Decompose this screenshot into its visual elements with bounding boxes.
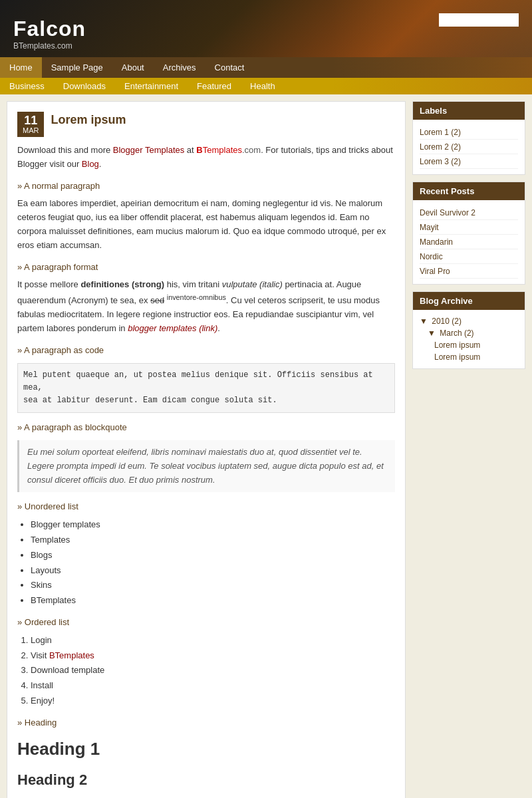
nav-home[interactable]: Home <box>0 57 42 78</box>
post-1: 11 MAR Lorem ipsum Download this and mor… <box>7 101 406 798</box>
recent-link-3[interactable]: Mandarin <box>420 237 453 247</box>
heading-ordered-list: » Ordered list <box>17 616 395 630</box>
paragraph-format-text: It posse mellore definitiones (strong) h… <box>17 278 395 336</box>
archive-year-label: 2010 (2) <box>432 317 462 326</box>
label-item-3: Lorem 3 (2) <box>420 154 518 169</box>
ul-item-3: Blogs <box>31 549 395 563</box>
nav-sample-page[interactable]: Sample Page <box>42 57 112 78</box>
archive-year[interactable]: ▼ 2010 (2) <box>420 315 518 327</box>
ol-item-5: Enjoy! <box>31 694 395 708</box>
post-1-intro: Download this and more Blogger Templates… <box>17 144 395 172</box>
blogger-templates-link-1[interactable]: Blogger Templates <box>113 145 184 155</box>
search-input[interactable] <box>439 13 519 27</box>
demo-h1: Heading 1 <box>17 735 395 763</box>
site-subtitle: BTemplates.com <box>13 41 519 51</box>
post-1-month: MAR <box>23 126 39 134</box>
recent-link-2[interactable]: Mayit <box>420 223 439 232</box>
heading-blockquote: » A paragraph as blockquote <box>17 421 395 435</box>
btemplates-logo-link[interactable]: BTemplates.com <box>196 145 261 155</box>
labels-widget-title: Labels <box>413 102 525 120</box>
ol-item-4: Install <box>31 679 395 693</box>
ul-item-6: BTemplates <box>31 594 395 608</box>
ul-item-1: Blogger templates <box>31 518 395 532</box>
archive-month[interactable]: ▼ March (2) <box>420 327 518 339</box>
label-item-1: Lorem 1 (2) <box>420 125 518 140</box>
nav-archives[interactable]: Archives <box>154 57 205 78</box>
ul-item-5: Skins <box>31 579 395 593</box>
triangle-down-icon-2: ▼ <box>428 329 436 338</box>
search-bar <box>439 13 519 27</box>
recent-list: Devil Survivor 2 Mayit Mandarin Nordic V… <box>420 205 518 279</box>
post-1-title: Lorem ipsum <box>51 112 126 127</box>
btemplates-link-ol[interactable]: BTemplates <box>49 650 94 660</box>
ul-item-2: Templates <box>31 533 395 547</box>
heading-paragraph-format: » A paragraph format <box>17 261 395 275</box>
heading-heading-section: » Heading <box>17 716 395 730</box>
labels-widget: Labels Lorem 1 (2) Lorem 2 (2) Lorem 3 (… <box>412 101 525 175</box>
archive-post-link-2[interactable]: Lorem ipsum <box>434 352 480 362</box>
recent-posts-title: Recent Posts <box>413 182 525 200</box>
recent-item-4: Nordic <box>420 249 518 264</box>
recent-item-3: Mandarin <box>420 235 518 249</box>
recent-link-4[interactable]: Nordic <box>420 252 443 261</box>
label-link-3[interactable]: Lorem 3 (2) <box>420 157 461 166</box>
header: Falcon BTemplates.com <box>0 7 532 57</box>
header-wrapper: Falcon BTemplates.com Home Sample Page A… <box>0 0 532 94</box>
sidebar-wrapper: Labels Lorem 1 (2) Lorem 2 (2) Lorem 3 (… <box>412 101 525 798</box>
nav-primary: Home Sample Page About Archives Contact <box>0 57 532 78</box>
label-link-2[interactable]: Lorem 2 (2) <box>420 142 461 152</box>
ol-item-2: Visit BTemplates <box>31 649 395 663</box>
ordered-list: Login Visit BTemplates Download template… <box>31 634 395 708</box>
blog-archive-widget: Blog Archive ▼ 2010 (2) ▼ March (2) Lore… <box>412 291 525 369</box>
nav-business[interactable]: Business <box>0 78 54 94</box>
recent-item-2: Mayit <box>420 220 518 235</box>
recent-link-5[interactable]: Viral Pro <box>420 267 450 276</box>
unordered-list: Blogger templates Templates Blogs Layout… <box>31 518 395 608</box>
demo-h2: Heading 2 <box>17 768 395 791</box>
nav-secondary: Business Downloads Entertainment Feature… <box>0 78 532 94</box>
triangle-down-icon: ▼ <box>420 317 428 326</box>
blockquote-text: Eu mei solum oporteat eleifend, libris n… <box>17 440 395 492</box>
ol-item-3: Download template <box>31 664 395 678</box>
archive-post-1: Lorem ipsum <box>420 339 518 351</box>
archive-post-link-1[interactable]: Lorem ipsum <box>434 340 480 350</box>
main-wrapper: 11 MAR Lorem ipsum Download this and mor… <box>7 101 406 798</box>
nav-featured[interactable]: Featured <box>188 78 241 94</box>
ol-item-1: Login <box>31 634 395 648</box>
blog-archive-content: ▼ 2010 (2) ▼ March (2) Lorem ipsum Lorem… <box>413 310 525 368</box>
nav-health[interactable]: Health <box>241 78 285 94</box>
heading-unordered-list: » Unordered list <box>17 500 395 514</box>
nav-entertainment[interactable]: Entertainment <box>115 78 188 94</box>
recent-item-1: Devil Survivor 2 <box>420 205 518 220</box>
normal-paragraph-text: Ea eam labores imperdiet, apeirian democ… <box>17 197 395 252</box>
label-item-2: Lorem 2 (2) <box>420 140 518 154</box>
heading-paragraph-code: » A paragraph as code <box>17 344 395 358</box>
post-1-body: Download this and more Blogger Templates… <box>17 144 395 798</box>
blog-archive-title: Blog Archive <box>413 292 525 310</box>
heading-normal-paragraph: » A normal paragraph <box>17 180 395 194</box>
archive-month-label: March (2) <box>440 329 473 338</box>
blogger-templates-italic-link[interactable]: blogger templates (link) <box>128 323 217 333</box>
post-1-day: 11 <box>23 114 39 126</box>
nav-contact[interactable]: Contact <box>205 57 254 78</box>
recent-item-5: Viral Pro <box>420 264 518 279</box>
nav-downloads[interactable]: Downloads <box>54 78 115 94</box>
nav-about[interactable]: About <box>112 57 154 78</box>
blog-link-1[interactable]: Blog <box>82 159 99 169</box>
labels-widget-content: Lorem 1 (2) Lorem 2 (2) Lorem 3 (2) <box>413 120 525 174</box>
ul-item-4: Layouts <box>31 564 395 578</box>
outer-wrapper: 11 MAR Lorem ipsum Download this and mor… <box>0 94 532 798</box>
code-block: Mel putent quaeque an, ut postea melius … <box>17 363 395 414</box>
post-1-header: 11 MAR Lorem ipsum <box>17 112 395 137</box>
label-list: Lorem 1 (2) Lorem 2 (2) Lorem 3 (2) <box>420 125 518 169</box>
label-link-1[interactable]: Lorem 1 (2) <box>420 128 461 137</box>
recent-posts-content: Devil Survivor 2 Mayit Mandarin Nordic V… <box>413 200 525 284</box>
archive-post-2: Lorem ipsum <box>420 351 518 363</box>
recent-posts-widget: Recent Posts Devil Survivor 2 Mayit Mand… <box>412 182 525 285</box>
recent-link-1[interactable]: Devil Survivor 2 <box>420 208 475 217</box>
post-1-date: 11 MAR <box>17 112 44 137</box>
